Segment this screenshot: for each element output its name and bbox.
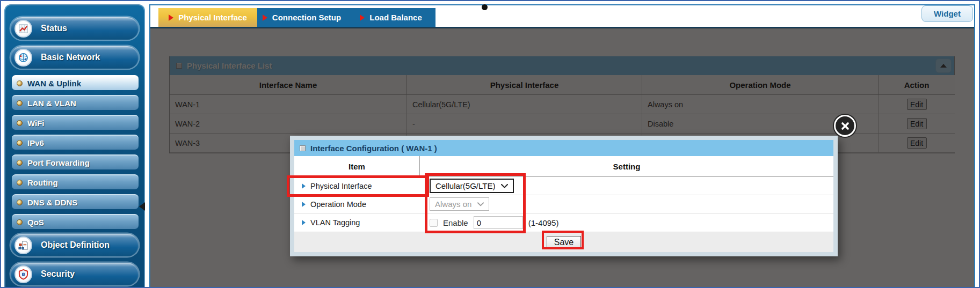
select-value: Cellular(5G/LTE) [435,181,495,190]
interface-configuration-modal: Interface Configuration ( WAN-1 ) Item S… [290,136,838,256]
tab-load-balance[interactable]: Load Balance [346,8,435,27]
row-label-text: Operation Mode [310,200,366,209]
tab-bar: Physical Interface Connection Setup Load… [158,8,435,27]
vlan-enable-checkbox[interactable] [430,219,438,227]
tab-label: Physical Interface [178,13,247,22]
blue-arrow-icon [302,220,306,225]
sidebar-item-port-forwarding[interactable]: Port Forwarding [12,154,139,169]
bullet-icon [17,219,23,225]
save-button[interactable]: Save [547,236,581,249]
sidebar-item-ipv6[interactable]: IPv6 [12,135,139,150]
select-value: Always on [435,200,471,209]
close-icon [840,121,850,131]
sidebar-collapse-arrow-icon[interactable] [139,202,145,211]
physical-interface-setting: Cellular(5G/LTE) [420,177,833,195]
operation-mode-label: Operation Mode [294,195,420,213]
tab-connection-setup[interactable]: Connection Setup [257,8,346,27]
physical-interface-select[interactable]: Cellular(5G/LTE) [430,179,514,193]
bullet-icon [17,80,23,86]
modal-title: Interface Configuration ( WAN-1 ) [310,144,437,153]
tab-group: Connection Setup Load Balance [257,8,435,27]
sidebar-item-basic-network[interactable]: Basic Network [11,46,139,69]
operation-mode-setting: Always on [420,195,833,213]
modal-column-setting: Setting [420,156,833,177]
sidebar-item-wifi[interactable]: WiFi [12,115,139,130]
modal-column-item: Item [294,156,420,177]
sidebar-item-dns-ddns[interactable]: DNS & DDNS [12,194,139,209]
bullet-icon [17,140,23,146]
operation-mode-select[interactable]: Always on [430,197,489,211]
shield-icon [14,265,32,283]
bullet-icon [17,160,23,166]
sidebar-item-label: Security [41,269,75,279]
tab-label: Connection Setup [272,13,341,22]
tab-physical-interface[interactable]: Physical Interface [158,8,257,27]
sidebar-item-wan-uplink[interactable]: WAN & Uplink [12,75,139,90]
sidebar-item-qos[interactable]: QoS [12,214,139,229]
sidebar-item-label: QoS [27,218,44,227]
blue-arrow-icon [302,183,306,189]
line-chart-icon [14,20,32,38]
row-label-text: Physical Interface [310,182,372,190]
sidebar-item-status[interactable]: Status [11,17,139,40]
widget-button[interactable]: Widget [921,5,973,22]
blue-arrow-icon [302,202,306,207]
red-arrow-icon [169,14,173,21]
globe-network-icon [14,49,32,67]
sidebar-item-label: LAN & VLAN [27,99,76,108]
sidebar-item-label: WAN & Uplink [27,79,81,88]
chevron-down-icon [477,202,484,206]
bullet-icon [17,200,23,205]
bullet-icon [17,120,23,126]
enable-label: Enable [443,218,468,227]
chevron-down-icon [501,184,508,188]
panel-square-icon [300,145,306,151]
bullet-icon [17,180,23,186]
router-admin-page: Physical Interface Connection Setup Load… [0,0,980,288]
sidebar-item-label: WiFi [27,119,45,128]
sidebar-item-object-definition[interactable]: Object Definition [11,234,139,256]
red-arrow-icon [263,14,267,21]
tab-label: Load Balance [369,13,422,22]
sidebar: Status Basic Network WAN & Uplink LAN & … [4,4,145,288]
sidebar-item-label: Status [41,24,67,33]
row-label-text: VLAN Tagging [310,218,360,227]
sidebar-item-security[interactable]: Security [11,263,139,285]
sidebar-item-label: Port Forwarding [27,158,90,167]
modal-form: Item Setting Physical Interface Cellular… [294,156,833,252]
sidebar-item-label: Basic Network [41,53,100,62]
sidebar-item-label: DNS & DDNS [27,198,77,207]
modal-title-bar: Interface Configuration ( WAN-1 ) [294,140,833,156]
sidebar-item-label: Routing [27,178,58,187]
sidebar-item-routing[interactable]: Routing [12,174,139,189]
physical-interface-label: Physical Interface [294,177,420,195]
modal-close-button[interactable] [834,115,856,137]
cursor-dot [482,4,488,10]
bullet-icon [17,100,23,106]
org-chart-icon [14,237,32,254]
red-arrow-icon [360,14,365,21]
modal-footer: Save [294,232,833,252]
sidebar-item-lan-vlan[interactable]: LAN & VLAN [12,95,139,110]
vlan-tagging-label: VLAN Tagging [294,213,420,232]
sidebar-item-label: Object Definition [41,240,110,250]
modal-inner: Interface Configuration ( WAN-1 ) Item S… [294,140,833,252]
vlan-tagging-setting: Enable (1-4095) [420,213,833,232]
sidebar-item-label: IPv6 [27,138,44,147]
vlan-range-hint: (1-4095) [528,218,559,227]
vlan-id-input[interactable] [474,216,523,229]
